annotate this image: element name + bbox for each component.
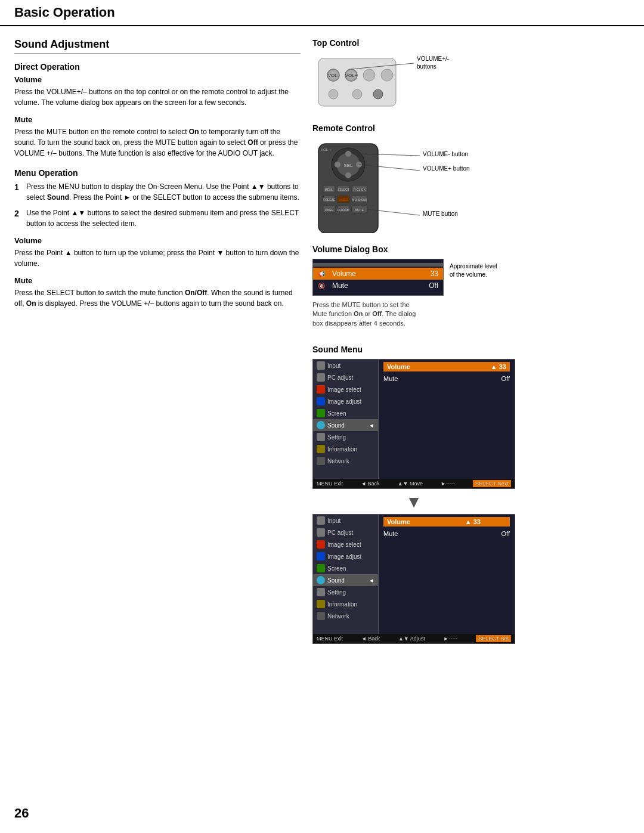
input-label-2: Input [327,518,340,524]
mute-icon: 🔇 [318,283,329,289]
setting-label-1: Setting [327,434,346,441]
imageadjust-icon-1 [317,397,325,405]
top-control-title: Top Control [312,38,630,48]
menu-left-2: Input PC adjust Image select Image [313,515,379,634]
mute-row-label-1: Mute [383,375,398,382]
mute-label: Mute [14,115,301,124]
menu-operation: Menu Operation 1 Press the MENU button t… [14,168,301,309]
volume-label-2: Volume [14,236,301,245]
menu-right-1: Volume ▲ 33 Mute Off [379,360,515,479]
menu-right-header-2: Volume ▲ 33 [383,517,510,527]
sound-label-1: Sound [327,422,345,429]
bottom-separator-1: ►----- [441,480,455,487]
mute-row-value: Off [420,281,438,290]
menu-right-mute-2: Mute Off [383,529,510,538]
pcadjust-label-1: PC adjust [327,374,353,381]
remote-control-diagram: SEL VOL + MENU SELECT R-CLICK FREEZE [312,138,503,235]
direct-operation: Direct Operation Volume Press the VOLUME… [14,62,301,159]
bottom-exit-1: MENU Exit [317,480,343,487]
remote-control-section: Remote Control SEL VOL + [312,123,630,235]
section-title: Sound Adjustment [14,38,301,54]
menu-item-sound-1: Sound ◄ [313,419,378,431]
imageselect-icon-2 [317,540,325,549]
menu-item-pcadjust-2: PC adjust [313,527,378,538]
page-number: 26 [14,806,29,821]
svg-point-18 [335,162,340,168]
page-header: Basic Operation [0,0,644,26]
screen-label-1: Screen [327,410,346,417]
menu-left-1: Input PC adjust Image select Image [313,360,379,479]
svg-text:SELECT: SELECT [338,188,349,191]
sound-menu-section: Sound Menu Input PC adjust [312,345,630,644]
svg-text:VOL-: VOL- [328,73,339,78]
menu-right-2: Volume ▲ 33 Mute Off [379,515,515,634]
imageselect-icon-1 [317,385,325,394]
volume-wave-icon: 📢 [318,271,329,277]
input-icon-1 [317,361,325,370]
bottom-separator-2: ►----- [443,635,457,642]
menu-item-setting-2: Setting [313,586,378,598]
screen-icon-1 [317,409,325,417]
volume-row-value: 33 [420,270,438,278]
mute-button-annotation: MUTE button [423,210,458,217]
svg-text:PAGE: PAGE [325,208,333,212]
svg-point-9 [329,89,338,99]
information-icon-2 [317,600,325,608]
menu-item-setting-1: Setting [313,431,378,443]
volume-label: Volume [14,75,301,84]
sound-menu-title: Sound Menu [312,345,630,354]
menu-item-pcadjust-1: PC adjust [313,371,378,383]
pcadjust-icon-2 [317,528,325,537]
approximate-level-annotation: Approximate level of the volume. [450,244,497,279]
imageadjust-label-1: Image adjust [327,398,361,405]
setting-label-2: Setting [327,589,346,596]
svg-point-17 [345,172,351,178]
menu-steps: 1 Press the MENU button to display the O… [14,181,301,229]
input-icon-2 [317,516,325,525]
information-label-2: Information [327,601,357,608]
mute-off: Off [247,138,258,147]
sound-menu-layout-2: Input PC adjust Image select Image [313,515,515,634]
page-title: Basic Operation [14,5,115,20]
menu-item-network-1: Network [313,455,378,467]
svg-text:MUTE: MUTE [355,208,364,212]
menu-item-information-2: Information [313,598,378,610]
svg-text:R-CLICK: R-CLICK [354,188,366,191]
sound-label-2: Sound [327,577,345,584]
sound-menu-2: Input PC adjust Image select Image [312,514,515,644]
information-icon-1 [317,445,325,453]
svg-point-4 [381,69,393,81]
svg-text:LASER: LASER [339,198,349,202]
menu-item-input-1: Input [313,360,378,371]
network-icon-1 [317,457,325,465]
page-content: Sound Adjustment Direct Operation Volume… [0,26,644,665]
sound-menu-layout-1: Input PC adjust Image select Image [313,360,515,479]
menu-item-information-1: Information [313,443,378,455]
network-label-2: Network [327,613,349,620]
bottom-set-2: SELECT Set [476,635,511,642]
input-label-1: Input [327,363,340,369]
network-icon-2 [317,612,325,620]
screen-icon-2 [317,564,325,572]
mute-row-label: Mute [332,281,420,290]
svg-text:FREEZE: FREEZE [323,198,335,202]
mute-text-2: Press the SELECT button to switch the mu… [14,287,301,309]
step-1: 1 Press the MENU button to display the O… [14,181,301,203]
bottom-move-1: ▲▼ Move [398,480,423,487]
menu-item-imageadjust-1: Image adjust [313,395,378,407]
setting-icon-2 [317,588,325,596]
volume-dialog-section: Volume Dialog Box 📢 Volume 33 🔇 Mute O [312,244,630,335]
menu-right-header-label-2: Volume [387,518,410,525]
top-control-diagram: VOL- VOL+ VOLUME+/- buttons [312,52,450,114]
svg-text:SEL: SEL [343,163,353,168]
menu-right-header-label-1: Volume [387,363,410,370]
information-label-1: Information [327,446,357,453]
menu-item-imageselect-2: Image select [313,538,378,550]
volume-minus-annotation: VOLUME- button [423,151,468,157]
bottom-exit-2: MENU Exit [317,635,343,642]
bottom-back-1: ◄ Back [361,480,379,487]
svg-text:MENU: MENU [325,188,334,191]
top-control-annotation: VOLUME+/- buttons [417,55,450,70]
volume-text: Press the VOLUME+/– buttons on the top c… [14,86,301,108]
menu-item-imageselect-1: Image select [313,383,378,395]
